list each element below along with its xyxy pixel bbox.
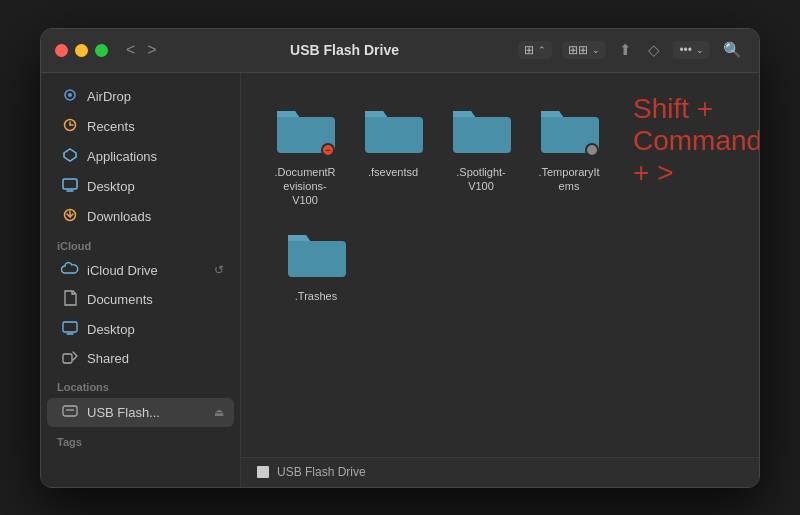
folder-fseventsd	[361, 103, 425, 159]
sidebar-item-icloud-drive[interactable]: iCloud Drive ↺	[47, 257, 234, 284]
file-item-spotlight[interactable]: .Spotlight-V100	[437, 93, 525, 204]
titlebar: < > USB Flash Drive ⊞ ⌃ ⊞⊞ ⌄ ⬆ ◇ ••• ⌄ 🔍	[41, 29, 759, 73]
badge-gray	[585, 143, 599, 157]
nav-arrows: < >	[122, 39, 161, 61]
badge-red: −	[321, 143, 335, 157]
sidebar-item-shared[interactable]: Shared	[47, 345, 234, 372]
desktop-icon	[61, 177, 79, 196]
statusbar: USB Flash Drive	[241, 457, 759, 487]
folder-trashes	[284, 227, 348, 283]
view-toggle-list[interactable]: ⊞⊞ ⌄	[562, 41, 606, 59]
main-content: AirDrop Recents Applications Desktop	[41, 73, 759, 487]
sidebar-item-label: Desktop	[87, 322, 224, 337]
folder-temp-items	[537, 103, 601, 159]
sidebar-item-label: Applications	[87, 149, 224, 164]
sidebar: AirDrop Recents Applications Desktop	[41, 73, 241, 487]
file-item-temp-items[interactable]: .TemporaryItems	[525, 93, 613, 204]
svg-rect-11	[63, 354, 72, 363]
grid-icon: ⊞	[524, 43, 534, 57]
file-row-1: − .DocumentRevisions-V100 .fseventsd	[261, 93, 739, 218]
downloads-icon	[61, 207, 79, 226]
file-label: .Trashes	[295, 289, 337, 303]
sidebar-item-label: Downloads	[87, 209, 224, 224]
file-label: .Spotlight-V100	[449, 165, 513, 194]
usb-icon	[61, 403, 79, 422]
chevron-down-icon: ⌄	[592, 45, 600, 55]
chevron-up-icon: ⌃	[538, 45, 546, 55]
window-title: USB Flash Drive	[171, 42, 519, 58]
recents-icon	[61, 117, 79, 136]
list-icon: ⊞⊞	[568, 43, 588, 57]
sidebar-item-applications[interactable]: Applications	[47, 142, 234, 171]
sync-icon: ↺	[214, 263, 224, 277]
locations-section-label: Locations	[41, 373, 240, 397]
svg-rect-5	[63, 179, 77, 189]
sidebar-item-desktop[interactable]: Desktop	[47, 172, 234, 201]
more-button[interactable]: ••• ⌄	[673, 41, 710, 59]
maximize-button[interactable]	[95, 44, 108, 57]
sidebar-item-label: Desktop	[87, 179, 224, 194]
folder-doc-revisions: −	[273, 103, 337, 159]
svg-rect-12	[63, 406, 77, 416]
sidebar-item-label: Recents	[87, 119, 224, 134]
sidebar-item-label: USB Flash...	[87, 405, 204, 420]
file-label: .DocumentRevisions-V100	[273, 165, 337, 208]
svg-rect-9	[63, 322, 77, 332]
icloud-section-label: iCloud	[41, 232, 240, 256]
sidebar-item-label: Documents	[87, 292, 224, 307]
tags-section-label: Tags	[41, 428, 240, 452]
drive-icon	[257, 466, 269, 478]
chevron-down-icon: ⌄	[696, 45, 704, 55]
file-item-doc-revisions[interactable]: − .DocumentRevisions-V100	[261, 93, 349, 218]
sidebar-item-airdrop[interactable]: AirDrop	[47, 82, 234, 111]
file-item-fseventsd[interactable]: .fseventsd	[349, 93, 437, 189]
minimize-button[interactable]	[75, 44, 88, 57]
sidebar-item-usb-flash[interactable]: USB Flash... ⏏ ▶	[47, 398, 234, 427]
sidebar-item-downloads[interactable]: Downloads	[47, 202, 234, 231]
desktop-cloud-icon	[61, 320, 79, 339]
view-toggle-grid[interactable]: ⊞ ⌃	[518, 41, 552, 59]
file-item-trashes[interactable]: .Trashes	[261, 217, 371, 313]
ellipsis-icon: •••	[679, 43, 692, 57]
sidebar-item-documents[interactable]: Documents	[47, 285, 234, 314]
file-label: .fseventsd	[368, 165, 418, 179]
finder-window: < > USB Flash Drive ⊞ ⌃ ⊞⊞ ⌄ ⬆ ◇ ••• ⌄ 🔍	[40, 28, 760, 488]
statusbar-label: USB Flash Drive	[277, 465, 366, 479]
sidebar-item-recents[interactable]: Recents	[47, 112, 234, 141]
airdrop-icon	[61, 87, 79, 106]
shortcut-hint: Shift + Command + >	[613, 93, 759, 189]
icloud-icon	[61, 262, 79, 279]
applications-icon	[61, 147, 79, 166]
sidebar-item-label: AirDrop	[87, 89, 224, 104]
back-button[interactable]: <	[122, 39, 139, 61]
eject-icon[interactable]: ⏏	[214, 406, 224, 419]
folder-spotlight	[449, 103, 513, 159]
file-label: .TemporaryItems	[537, 165, 601, 194]
document-icon	[61, 290, 79, 309]
share-icon[interactable]: ⬆	[616, 38, 635, 62]
file-area: − .DocumentRevisions-V100 .fseventsd	[241, 73, 759, 487]
file-grid: − .DocumentRevisions-V100 .fseventsd	[241, 73, 759, 457]
toolbar-icons: ⊞ ⌃ ⊞⊞ ⌄ ⬆ ◇ ••• ⌄ 🔍	[518, 38, 745, 62]
traffic-lights	[55, 44, 108, 57]
sidebar-item-label: iCloud Drive	[87, 263, 206, 278]
sidebar-item-desktop-cloud[interactable]: Desktop	[47, 315, 234, 344]
forward-button[interactable]: >	[143, 39, 160, 61]
shared-icon	[61, 350, 79, 367]
close-button[interactable]	[55, 44, 68, 57]
tag-icon[interactable]: ◇	[645, 38, 663, 62]
search-icon[interactable]: 🔍	[720, 38, 745, 62]
sidebar-item-label: Shared	[87, 351, 224, 366]
svg-point-1	[68, 93, 72, 97]
